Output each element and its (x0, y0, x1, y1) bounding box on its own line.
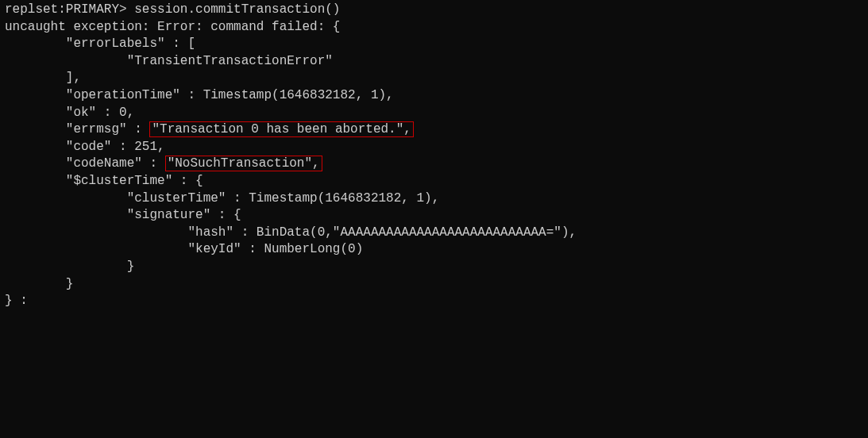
errmsg-highlight: "Transaction 0 has been aborted.", (149, 121, 413, 137)
cluster-close: } (5, 277, 73, 291)
signature-key: "signature" : { (5, 208, 241, 222)
keyid-value: "keyId" : NumberLong(0) (5, 242, 363, 256)
codename-highlight: "NoSuchTransaction", (165, 156, 322, 171)
code-value: "code" : 251, (5, 140, 165, 154)
terminal-output: replset:PRIMARY> session.commitTransacti… (0, 0, 868, 312)
signature-close: } (5, 259, 134, 274)
codename-key: "codeName" : (5, 156, 165, 171)
cluster-time-value: "clusterTime" : Timestamp(1646832182, 1)… (5, 191, 439, 206)
errmsg-key: "errmsg" : (5, 122, 149, 136)
cluster-time-key: "$clusterTime" : { (5, 174, 203, 188)
error-label-value: "TransientTransactionError" (5, 54, 333, 68)
object-close: } : (5, 294, 28, 308)
prompt-line[interactable]: replset:PRIMARY> session.commitTransacti… (5, 2, 340, 17)
exception-header: uncaught exception: Error: command faile… (5, 20, 340, 34)
error-labels-key: "errorLabels" : [ (5, 36, 195, 51)
array-close: ], (5, 71, 81, 85)
operation-time: "operationTime" : Timestamp(1646832182, … (5, 88, 394, 102)
ok-status: "ok" : 0, (5, 106, 134, 120)
hash-value: "hash" : BinData(0,"AAAAAAAAAAAAAAAAAAAA… (5, 225, 577, 240)
